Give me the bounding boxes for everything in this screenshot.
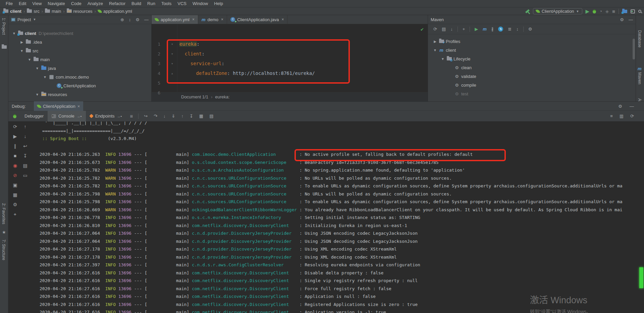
tree-row-main[interactable]: ▼main <box>8 55 151 64</box>
tree-row-Lifecycle[interactable]: ▼Lifecycle <box>428 54 636 63</box>
stop-icon[interactable]: ■ <box>612 9 615 14</box>
tree-row-validate[interactable]: ⚙validate <box>428 72 636 81</box>
close-icon[interactable]: × <box>77 104 80 108</box>
tree-collapsed-arrow-icon[interactable]: ▶ <box>19 40 25 44</box>
tree-row-compile[interactable]: ⚙compile <box>428 81 636 89</box>
stop-icon[interactable]: ■ <box>14 153 16 158</box>
tree-expanded-arrow-icon[interactable]: ▼ <box>26 58 33 61</box>
breadcrumb-item-resources[interactable]: resources <box>67 9 93 14</box>
show-execution-point-icon[interactable]: ↪ <box>144 114 148 118</box>
gear-icon[interactable]: ⚙ <box>620 17 624 22</box>
breadcrumb-item-client[interactable]: client <box>3 9 21 14</box>
breadcrumb-item-application.yml[interactable]: application.yml <box>98 9 132 14</box>
force-step-into-icon[interactable]: ⇓ <box>172 114 175 118</box>
tree-expanded-arrow-icon[interactable]: ▼ <box>42 75 48 79</box>
reimport-maven-icon[interactable]: ⟳ <box>433 27 437 31</box>
clear-all-icon[interactable]: ▭ <box>23 173 27 178</box>
layout-menu-icon[interactable]: ≡ <box>130 114 133 119</box>
tree-collapsed-arrow-icon[interactable]: ▶ <box>432 40 438 43</box>
tree-row-client[interactable]: ▼mclient <box>428 46 636 54</box>
close-icon[interactable]: × <box>192 17 195 22</box>
tree-expanded-arrow-icon[interactable]: ▼ <box>34 93 40 96</box>
hide-icon[interactable]: — <box>629 17 633 22</box>
debug-tab-debugger[interactable]: Debugger <box>20 111 48 122</box>
collapse-all-icon[interactable]: ↕ <box>129 17 131 22</box>
tree-expanded-arrow-icon[interactable]: ▼ <box>19 49 25 53</box>
debug-tab-endpoints[interactable]: Endpoints→▪ <box>86 111 126 122</box>
run-icon[interactable]: ▶ <box>586 9 590 14</box>
debug-icon[interactable] <box>593 9 596 13</box>
menu-item-view[interactable]: View <box>29 1 45 6</box>
hide-icon[interactable]: — <box>630 104 634 108</box>
menu-item-vcs[interactable]: VCS <box>174 1 190 6</box>
settings-gear-icon[interactable]: ⚙ <box>13 202 17 207</box>
screenshot-icon[interactable]: ▣ <box>13 183 17 187</box>
debug-tab-console[interactable]: Console→▪ <box>48 111 86 122</box>
generate-sources-icon[interactable]: ▤ <box>442 27 446 31</box>
step-over-icon[interactable]: ↷ <box>154 114 157 118</box>
scroll-to-end-icon[interactable]: ↧ <box>23 153 27 158</box>
breadcrumb-item-src[interactable]: src <box>27 9 39 14</box>
print-icon[interactable]: ▤ <box>23 163 27 168</box>
profiler-icon[interactable]: ◔ <box>599 9 602 13</box>
menu-item-tools[interactable]: Tools <box>158 1 174 6</box>
coverage-icon[interactable]: ◈ <box>605 9 609 13</box>
skip-tests-icon[interactable]: ∦ <box>491 27 494 31</box>
editor-body[interactable]: 1▾eureka:2▾ client:3▾ service-url:4▴ def… <box>152 24 428 92</box>
tree-row-.idea[interactable]: ▶.idea <box>8 38 151 46</box>
build-hammer-icon[interactable] <box>525 9 530 13</box>
rerun-icon[interactable]: ⟳ <box>13 124 17 129</box>
inspection-ok-icon[interactable]: ✔ <box>421 26 424 32</box>
tree-row-com.imooc.demo[interactable]: ▼com.imooc.demo <box>8 73 151 81</box>
add-maven-project-icon[interactable]: + <box>463 27 465 31</box>
offline-mode-icon[interactable]: ↯ <box>498 27 503 32</box>
tree-row-resources[interactable]: ▼resources <box>8 90 151 99</box>
maven-settings-icon[interactable]: ⚙ <box>528 27 532 31</box>
gear-icon[interactable]: ⚙ <box>136 17 140 22</box>
stripe-project-button[interactable]: 1: Project <box>1 18 6 35</box>
tree-row-Profiles[interactable]: ▶Profiles <box>428 37 636 46</box>
soft-wrap-icon[interactable]: ≡ <box>610 114 613 118</box>
up-stack-trace-icon[interactable]: ↑ <box>24 124 26 129</box>
run-to-cursor-icon[interactable]: ↧ <box>190 114 193 118</box>
rerun-tasks-icon[interactable]: ⟳ <box>630 114 634 118</box>
stripe-favorites-button[interactable]: 2: Favorites <box>1 203 6 224</box>
menu-item-navigate[interactable]: Navigate <box>45 1 68 6</box>
mute-breakpoints-icon[interactable]: ⊘ <box>13 173 17 178</box>
editor-tab-ClientApplication.java[interactable]: ClientApplication.java× <box>227 15 287 24</box>
menu-item-window[interactable]: Window <box>190 1 211 6</box>
stripe-maven-button[interactable]: Maven <box>637 72 642 84</box>
menu-item-code[interactable]: Code <box>68 1 85 6</box>
tree-row-clean[interactable]: ⚙clean <box>428 63 636 72</box>
tree-expanded-arrow-icon[interactable]: ▼ <box>432 48 438 52</box>
search-everywhere-icon[interactable] <box>638 10 641 13</box>
download-sources-icon[interactable]: ↓ <box>450 27 453 31</box>
maven-scrollbar[interactable] <box>633 39 635 59</box>
tree-row-java[interactable]: ▼java <box>8 64 151 73</box>
tree-expanded-arrow-icon[interactable]: ▼ <box>11 32 17 35</box>
console-scroll-marker[interactable] <box>639 267 643 288</box>
show-dependencies-icon[interactable]: ≣ <box>508 27 512 31</box>
evaluate-expression-icon[interactable]: ▦ <box>199 114 203 118</box>
run-maven-build-icon[interactable]: ▶ <box>475 27 478 31</box>
close-icon[interactable]: × <box>221 17 223 22</box>
breadcrumb-item-main[interactable]: main <box>45 9 61 14</box>
step-into-icon[interactable]: ↓ <box>163 114 166 118</box>
menu-item-help[interactable]: Help <box>211 1 226 6</box>
tree-expanded-arrow-icon[interactable]: ▼ <box>440 57 446 61</box>
chevron-down-icon[interactable]: ▼ <box>33 18 36 21</box>
close-icon[interactable]: × <box>281 17 284 22</box>
menu-item-analyze[interactable]: Analyze <box>85 1 106 6</box>
menu-item-run[interactable]: Run <box>144 1 158 6</box>
step-out-icon[interactable]: ↑ <box>181 114 183 118</box>
menu-item-file[interactable]: File <box>3 1 16 6</box>
pause-icon[interactable]: ∥ <box>14 144 16 148</box>
tree-row-ClientApplication[interactable]: ClientApplication <box>8 81 151 90</box>
hide-icon[interactable]: — <box>144 17 149 22</box>
tree-row-src[interactable]: ▼src <box>8 46 151 55</box>
layout-settings-icon[interactable]: ▥ <box>620 114 624 118</box>
restore-layout-icon[interactable]: ▦ <box>13 192 17 197</box>
project-structure-icon[interactable] <box>622 10 627 13</box>
soft-wrap-icon[interactable]: ↩ <box>23 144 27 148</box>
menu-item-refactor[interactable]: Refactor <box>106 1 128 6</box>
